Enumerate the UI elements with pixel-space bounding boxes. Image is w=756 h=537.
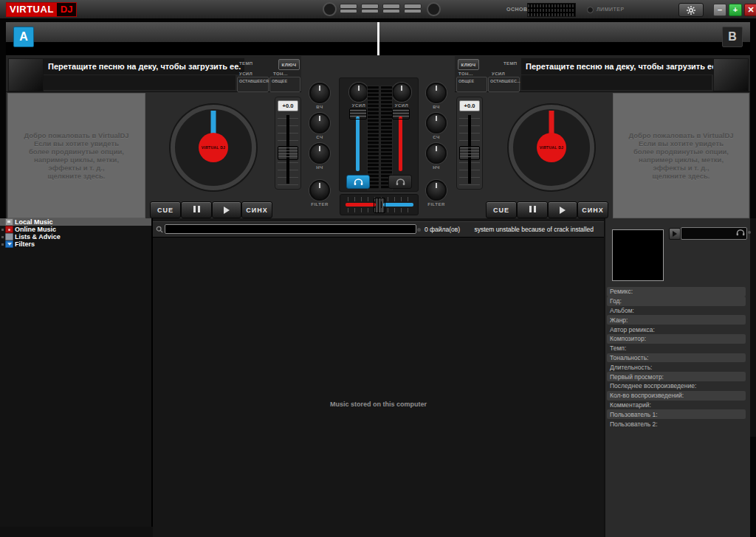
close-button[interactable]: ✕ [744,4,756,16]
deck-b-title[interactable]: Перетащите песню на деку, чтобы загрузит… [521,58,721,75]
deck-a-remaining-time: ОСТАВШЕЕСЯ [237,77,269,92]
metadata-field-row[interactable]: Пользователь 2: [607,419,746,429]
metadata-field-row[interactable]: Автор ремикса: [607,325,746,334]
deck-b-key-button[interactable]: КЛЮЧ [458,59,479,70]
deck-a-pitch-handle[interactable] [278,146,298,160]
rhythm-waveform[interactable]: A B [6,22,750,55]
eq-knob[interactable] [309,180,330,201]
eq-knob[interactable] [309,113,330,134]
track-info-pane: Ремикс: Год: Альбом: Жанр: Автор ремикса… [605,218,750,537]
sidebar-item[interactable]: Filters [0,240,151,248]
expand-icon[interactable] [1,221,4,224]
virtualdj-logo: VIRTUAL DJ [6,2,77,17]
eq-knob-label: ВЧ [426,105,447,109]
deck-a-welcome-panel[interactable]: Добро пожаловать в VirtualDJ Если вы хот… [7,93,145,218]
deck-a-gain-label: УСИЛ [239,72,252,76]
deck-b-total-time: ОБЩЕЕ [456,77,487,92]
metadata-field-row[interactable]: Длительность: [607,362,746,372]
deck-zone: Перетащите песню на деку, чтобы загрузит… [6,55,750,218]
search-input[interactable] [165,224,416,234]
deck-a-pitch-track[interactable] [278,114,298,185]
maximize-button[interactable]: + [729,4,742,16]
metadata-field-row[interactable]: Комментарий: [607,401,746,410]
grill-decor [404,4,422,13]
metadata-field-row[interactable]: Ремикс: [607,287,746,297]
deck-b-pause-button[interactable] [517,201,548,218]
minimize-button[interactable]: – [713,4,726,16]
deck-a-info-panel: Перетащите песню на деку, чтобы загрузит… [6,56,301,92]
deck-b-pitch-handle[interactable] [459,146,480,160]
sidebar-item[interactable]: Lists & Advice [0,233,151,240]
eq-knob-label: НЧ [426,165,447,170]
crossfader-right-bar[interactable] [383,203,413,207]
eq-knob[interactable] [426,83,447,103]
deck-b-eq-column: ВЧ СЧ НЧ FILTER [422,83,451,207]
metadata-field-row[interactable]: Кол-во воспроизведений: [607,391,746,401]
deck-a-gain-knob[interactable] [349,83,368,102]
deck-b-play-button[interactable] [548,201,577,218]
metadata-field-row[interactable]: Альбом: [607,306,746,316]
deck-a-headphone-cue-button[interactable] [346,175,370,189]
expand-icon[interactable] [1,236,4,238]
window-right-edge [750,437,756,537]
headphones-icon [736,229,745,236]
deck-a-jog-wheel[interactable]: VIRTUAL DJ [171,105,256,190]
deck-a-play-button[interactable] [212,201,241,218]
virtualdj-window: VIRTUAL DJ ОСНОВ ЛИМИТЕР – + ✕ [0,0,756,537]
crossfader-left-bar[interactable] [346,203,376,207]
eq-knob[interactable] [309,143,330,164]
deck-a-tone-label: ТОН... [273,72,288,76]
deck-a-cue-button[interactable]: CUE [150,201,181,218]
metadata-field-row[interactable]: Композитор: [607,334,746,344]
deck-b-headphone-cue-button[interactable] [388,175,412,189]
sidebar-item[interactable]: Online Music [0,226,151,233]
deck-b-pitch-track[interactable] [459,114,480,185]
metadata-field-row[interactable]: Год: [607,297,746,306]
eq-knob[interactable] [426,113,447,134]
deck-b-cue-button[interactable]: CUE [486,201,517,218]
deck-b-sync-button[interactable]: СИНХ [577,201,608,218]
metadata-field-row[interactable]: Последнее воспроизведение: [607,381,746,391]
deck-b-jog-brand: VIRTUAL DJ [540,145,563,150]
metadata-field-row[interactable]: Жанр: [607,315,746,325]
metadata-field-label: Композитор: [607,335,646,342]
deck-a-badge[interactable]: A [13,27,34,47]
deck-b-volume-handle[interactable] [392,108,410,119]
prelisten-play-button[interactable] [669,228,681,240]
metadata-field-row[interactable]: Первый просмотр: [607,372,746,381]
crossfader-handle[interactable] [374,198,385,213]
track-cover-art [612,229,664,281]
deck-a-key-button[interactable]: КЛЮЧ [278,59,300,70]
prelisten-indicator [748,231,751,234]
metadata-field-row[interactable]: Темп: [607,344,746,353]
deck-a-eq-column: ВЧ СЧ НЧ FILTER [305,83,334,207]
file-list-pane: 0 файла(ов) system unstable because of c… [153,218,604,537]
deck-b-welcome-panel[interactable]: Добро пожаловать в VirtualDJ Если вы хот… [613,93,749,218]
deck-a-volume-handle[interactable] [349,108,367,119]
settings-button[interactable] [678,3,704,17]
logo-dj-text: DJ [57,3,77,16]
metadata-field-row[interactable]: Тональность: [607,353,746,363]
deck-a-volume-track[interactable] [356,117,360,171]
metadata-field-row[interactable]: Пользователь 1: [607,409,746,419]
deck-a-pitch-fader: +0.0 [275,97,301,190]
eq-knob[interactable] [309,83,330,103]
eq-knob[interactable] [426,143,447,164]
prelisten-progress-bar[interactable] [681,227,747,240]
crossfader [340,194,419,215]
record-icon [5,226,13,233]
deck-a-title[interactable]: Перетащите песню на деку, чтобы загрузит… [44,58,244,75]
play-icon [673,231,677,237]
limiter-indicator[interactable] [587,7,594,13]
expand-icon[interactable] [1,229,4,231]
eq-knob[interactable] [426,180,447,201]
expand-icon[interactable] [1,243,4,246]
metadata-field-label: Ремикс: [607,288,633,295]
deck-b-volume-track[interactable] [399,117,402,171]
deck-b-gain-knob[interactable] [392,83,411,102]
deck-b-jog-wheel[interactable]: VIRTUAL DJ [509,105,594,190]
sidebar-item[interactable]: Local Music [0,218,151,226]
deck-b-badge[interactable]: B [722,27,743,47]
deck-a-sync-button[interactable]: СИНХ [241,201,272,218]
deck-a-pause-button[interactable] [181,201,212,218]
